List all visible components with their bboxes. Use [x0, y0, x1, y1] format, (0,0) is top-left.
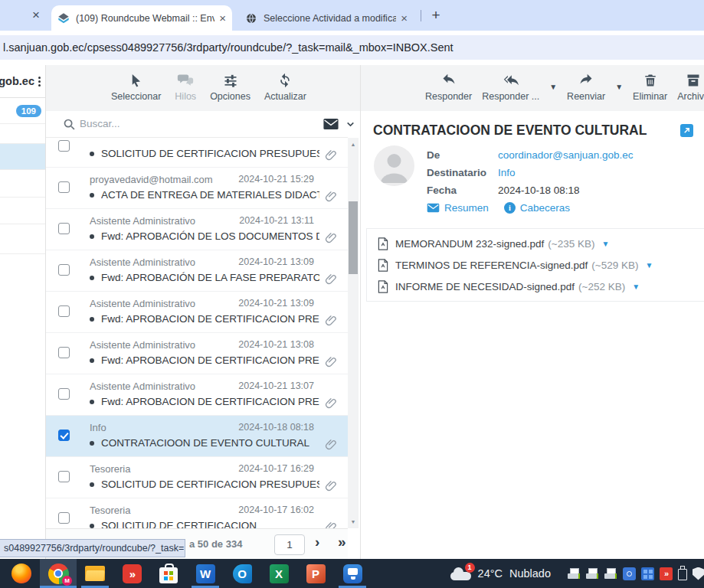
weather-widget[interactable]: 1 24°C Nublado — [450, 567, 551, 580]
threads-button[interactable]: Hilos — [175, 72, 196, 102]
forward-button[interactable]: Reenviar — [567, 72, 605, 102]
taskbar-outlook-icon[interactable]: O — [224, 559, 260, 588]
partial-tab-close-icon[interactable]: × — [32, 8, 40, 23]
folder-item[interactable] — [0, 224, 45, 254]
next-page-button[interactable]: › — [315, 534, 319, 550]
search-bar[interactable]: Buscar... — [46, 111, 348, 138]
tray-printer-icon[interactable] — [586, 568, 599, 579]
page-number-input[interactable]: 1 — [274, 534, 305, 555]
attachment-menu-caret[interactable]: ▼ — [632, 283, 640, 291]
message-row[interactable]: SOLICITUD DE CERTIFICACION PRESUPUESTA..… — [46, 138, 348, 168]
refresh-button[interactable]: Actualizar — [264, 72, 306, 102]
message-row[interactable]: Asistente Administrativo 2024-10-21 13:0… — [46, 374, 348, 416]
tab-actividad[interactable]: Seleccione Actividad a modifica × — [239, 5, 414, 31]
taskbar-file-explorer-icon[interactable] — [77, 559, 113, 588]
message-checkbox[interactable] — [58, 223, 70, 234]
message-checkbox[interactable] — [58, 388, 70, 400]
message-row[interactable]: proyavedavid@hotmail.com 2024-10-21 15:2… — [46, 168, 348, 209]
message-row[interactable]: Asistente Administrativo 2024-10-21 13:1… — [46, 209, 348, 250]
header-field-value[interactable]: Info — [498, 167, 516, 178]
header-field-value[interactable]: coordinador@sanjuan.gob.ec — [498, 149, 634, 161]
forward-menu-caret[interactable]: ▼ — [615, 83, 623, 91]
attachment-name[interactable]: INFORME DE NECESIDAD-signed.pdf — [395, 281, 575, 292]
last-page-button[interactable]: » — [338, 534, 345, 550]
new-tab-button[interactable]: + — [427, 6, 445, 24]
message-checkbox[interactable] — [58, 305, 70, 317]
message-checkbox[interactable] — [58, 264, 70, 276]
taskbar-red-arrows-app-icon[interactable]: » — [113, 559, 150, 588]
headers-link[interactable]: i Cabeceras — [504, 202, 570, 214]
select-button[interactable]: Seleccionar — [111, 72, 161, 102]
paperclip-icon — [325, 314, 337, 327]
folder-item[interactable] — [0, 198, 45, 224]
message-row[interactable]: Info 2024-10-18 08:18 CONTRATACIOON DE E… — [46, 416, 348, 457]
delete-button[interactable]: Eliminar — [633, 72, 667, 102]
attachment-item[interactable]: INFORME DE NECESIDAD-signed.pdf (~252 KB… — [367, 276, 704, 297]
scroll-up-icon[interactable]: ▲ — [348, 142, 359, 147]
options-button[interactable]: Opciones — [210, 72, 250, 102]
message-subject: CONTRATACIOON DE EVENTO CULTURAL — [101, 437, 309, 449]
tray-printer-icon[interactable] — [568, 568, 581, 579]
message-checkbox[interactable] — [58, 140, 70, 152]
attachment-item[interactable]: MEMORANDUM 232-signed.pdf (~235 KB) ▼ — [367, 233, 704, 254]
taskbar-word-icon[interactable]: W — [187, 559, 224, 588]
tray-usb-icon[interactable] — [678, 569, 687, 580]
attachment-name[interactable]: MEMORANDUM 232-signed.pdf — [395, 238, 544, 250]
message-subject-title: CONTRATACIOON DE EVENTO CULTURAL — [373, 122, 672, 139]
taskbar-chrome-icon[interactable]: M — [40, 559, 77, 588]
tray-red-arrows-icon[interactable]: » — [660, 567, 673, 580]
attachment-menu-caret[interactable]: ▼ — [602, 240, 610, 248]
header-field-value[interactable]: 2024-10-18 08:18 — [498, 185, 580, 196]
attachment-name[interactable]: TERMINOS DE REFERENCIA-signed.pdf — [395, 260, 588, 271]
reply-button[interactable]: Responder — [425, 72, 472, 102]
tray-blue-grid-icon[interactable] — [641, 567, 654, 580]
tab-roundcube[interactable]: (109) Roundcube Webmail :: Env × — [51, 5, 232, 31]
pdf-file-icon — [378, 237, 388, 250]
taskbar-excel-icon[interactable]: X — [260, 559, 297, 588]
tray-printer-icon[interactable] — [604, 568, 617, 579]
folder-item-inbox[interactable]: 109 — [0, 98, 45, 124]
list-scrollbar[interactable]: ▲ ▼ — [348, 138, 359, 528]
browser-toolbar: l.sanjuan.gob.ec/cpsess0489927756/3rdpar… — [0, 31, 704, 65]
message-checkbox[interactable] — [58, 430, 70, 441]
message-checkbox[interactable] — [58, 512, 70, 524]
reply-all-button[interactable]: Responder ... — [482, 72, 539, 102]
message-sender: Tesoreria — [90, 463, 130, 475]
message-row[interactable]: Asistente Administrativo 2024-10-21 13:0… — [46, 250, 348, 292]
folder-item-selected[interactable] — [0, 144, 45, 170]
scroll-down-icon[interactable]: ▼ — [348, 519, 359, 524]
tab-divider — [421, 10, 421, 21]
search-options-caret-icon[interactable] — [345, 119, 355, 129]
search-scope-envelope-icon[interactable] — [323, 118, 339, 130]
taskbar-blue-app-icon[interactable] — [334, 559, 371, 588]
message-row[interactable]: Asistente Administrativo 2024-10-21 13:0… — [46, 292, 348, 333]
message-date: 2024-10-21 13:11 — [239, 215, 314, 226]
message-checkbox[interactable] — [58, 347, 70, 358]
tab-close-icon[interactable]: × — [401, 11, 408, 24]
archive-button[interactable]: Archivo — [677, 72, 704, 102]
taskbar-firefox-icon[interactable] — [3, 559, 40, 588]
message-row[interactable]: Asistente Administrativo 2024-10-21 13:0… — [46, 333, 348, 374]
reply-all-menu-caret[interactable]: ▼ — [549, 83, 557, 91]
message-row[interactable]: Tesoreria 2024-10-17 16:29 SOLICITUD DE … — [46, 457, 348, 498]
taskbar-microsoft-store-icon[interactable] — [150, 559, 187, 588]
open-in-new-window-icon[interactable] — [680, 124, 693, 137]
message-header-actions: Resumen i Cabeceras — [427, 202, 570, 214]
message-sender: Info — [90, 422, 106, 433]
message-row[interactable]: Tesoreria 2024-10-17 16:02 SOLICITUD DE … — [46, 498, 348, 528]
tray-camera-icon[interactable] — [623, 567, 636, 580]
attachment-item[interactable]: TERMINOS DE REFERENCIA-signed.pdf (~529 … — [367, 254, 704, 276]
taskbar-powerpoint-icon[interactable]: P — [297, 559, 334, 588]
folder-item[interactable] — [0, 124, 45, 144]
scrollbar-thumb[interactable] — [349, 201, 358, 274]
attachment-menu-caret[interactable]: ▼ — [645, 261, 653, 270]
address-bar[interactable]: l.sanjuan.gob.ec/cpsess0489927756/3rdpar… — [0, 35, 704, 60]
folder-item[interactable] — [0, 170, 45, 198]
tab-close-icon[interactable]: × — [219, 11, 226, 24]
tray-shield-icon[interactable] — [693, 567, 704, 580]
trash-icon — [643, 72, 657, 88]
message-checkbox[interactable] — [58, 181, 70, 193]
summary-link[interactable]: Resumen — [427, 202, 489, 214]
message-checkbox[interactable] — [58, 471, 70, 482]
kebab-menu-icon[interactable] — [37, 75, 42, 88]
